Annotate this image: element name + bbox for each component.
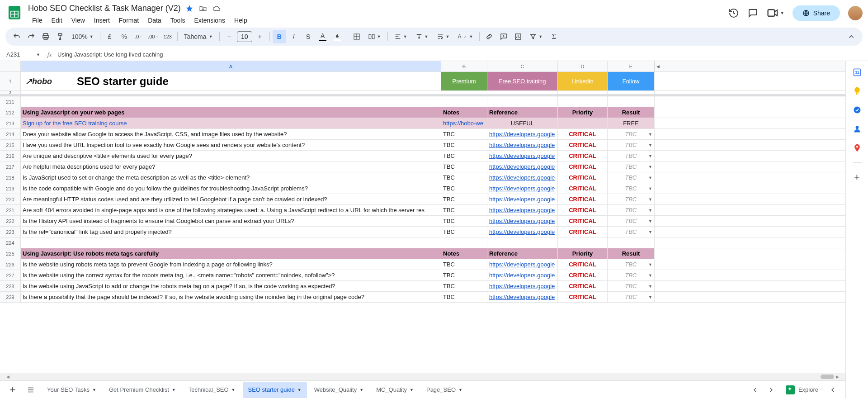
col-header-C[interactable]: C [487, 61, 558, 71]
row-header[interactable]: 217 [0, 161, 21, 172]
dropdown-arrow-icon[interactable]: ▼ [648, 273, 652, 278]
col-header-D[interactable]: D [558, 61, 608, 71]
row-header[interactable]: 228 [0, 281, 21, 291]
notes-cell[interactable]: TBC [441, 140, 487, 150]
cell[interactable] [21, 96, 441, 107]
checklist-item[interactable]: Are unique and descriptive <title> eleme… [21, 151, 441, 161]
cell[interactable]: https://hobo-we [441, 118, 487, 128]
menu-edit[interactable]: Edit [47, 15, 66, 26]
cell[interactable] [487, 237, 558, 248]
cell[interactable] [441, 237, 487, 248]
dropdown-arrow-icon[interactable]: ▼ [648, 284, 652, 289]
cell[interactable] [558, 91, 608, 94]
checklist-item[interactable]: Are helpful meta descriptions used for e… [21, 161, 441, 172]
dropdown-arrow-icon[interactable]: ▼ [648, 165, 652, 169]
star-icon[interactable] [185, 5, 193, 13]
section-title[interactable]: Using Javascript: Use robots meta tags c… [21, 248, 441, 259]
reference-link[interactable]: https://developers.google [487, 259, 558, 270]
history-icon[interactable] [728, 8, 739, 19]
dropdown-arrow-icon[interactable]: ▼ [648, 186, 652, 191]
row-header[interactable]: 227 [0, 270, 21, 280]
explore-button[interactable]: Explore [782, 385, 822, 394]
row-header[interactable]: 211 [0, 96, 21, 107]
cell[interactable] [487, 91, 558, 94]
move-icon[interactable] [199, 5, 207, 13]
notes-cell[interactable]: TBC [441, 292, 487, 302]
functions-button[interactable]: Σ [547, 30, 561, 43]
percent-button[interactable]: % [118, 30, 131, 43]
notes-cell[interactable]: TBC [441, 194, 487, 204]
priority-cell[interactable]: CRITICAL [558, 140, 608, 150]
premium-link[interactable]: Premium [441, 72, 487, 90]
cell[interactable] [558, 237, 608, 248]
sheet-tab[interactable]: Your SEO Tasks▼ [42, 382, 102, 398]
font-select[interactable]: Tahoma▼ [180, 30, 217, 43]
col-label[interactable]: Notes [441, 248, 487, 259]
cell[interactable]: USEFUL [487, 118, 558, 128]
menu-file[interactable]: File [28, 15, 47, 26]
col-label[interactable]: Priority [558, 107, 608, 118]
strikethrough-button[interactable]: S [302, 30, 315, 43]
reference-link[interactable]: https://developers.google [487, 172, 558, 183]
redo-button[interactable] [24, 30, 38, 43]
priority-cell[interactable]: CRITICAL [558, 205, 608, 215]
more-formats-button[interactable]: 123 [161, 30, 175, 43]
priority-cell[interactable]: CRITICAL [558, 161, 608, 172]
sheet-tab[interactable]: Website_Quality▼ [309, 382, 369, 398]
result-cell[interactable]: TBC▼ [608, 292, 655, 302]
priority-cell[interactable]: CRITICAL [558, 292, 608, 302]
notes-cell[interactable]: TBC [441, 216, 487, 226]
dropdown-arrow-icon[interactable]: ▼ [648, 230, 652, 234]
sheets-logo[interactable] [5, 4, 24, 22]
linkedin-link[interactable]: Linkedin [558, 72, 608, 90]
keep-icon[interactable] [853, 86, 862, 95]
notes-cell[interactable]: TBC [441, 205, 487, 215]
row-header[interactable]: 226 [0, 259, 21, 270]
row-header[interactable]: 220 [0, 194, 21, 204]
comment-button[interactable] [497, 30, 510, 43]
name-box[interactable]: A231▼ [0, 51, 44, 58]
reference-link[interactable]: https://developers.google [487, 227, 558, 237]
checklist-item[interactable]: Is there a possibility that the page sho… [21, 292, 441, 302]
collapse-toolbar-button[interactable] [844, 30, 858, 43]
col-label[interactable]: Notes [441, 107, 487, 118]
row-header[interactable]: 222 [0, 216, 21, 226]
comments-icon[interactable] [747, 8, 758, 19]
decrease-font-button[interactable]: − [222, 30, 236, 43]
menu-view[interactable]: View [67, 15, 89, 26]
dropdown-arrow-icon[interactable]: ▼ [648, 208, 652, 213]
dropdown-arrow-icon[interactable]: ▼ [648, 176, 652, 180]
dropdown-arrow-icon[interactable]: ▼ [648, 295, 652, 299]
menu-extensions[interactable]: Extensions [190, 15, 229, 26]
checklist-item[interactable]: Have you used the URL Inspection tool to… [21, 140, 441, 150]
signup-link[interactable]: Sign up for the free SEO training course [21, 118, 441, 128]
result-cell[interactable]: TBC▼ [608, 259, 655, 270]
reference-link[interactable]: https://developers.google [487, 292, 558, 302]
currency-button[interactable]: £ [103, 30, 117, 43]
account-avatar[interactable] [848, 6, 863, 20]
row-header[interactable]: 213 [0, 118, 21, 128]
priority-cell[interactable]: CRITICAL [558, 259, 608, 270]
row-header[interactable]: 216 [0, 151, 21, 161]
tab-menu-caret[interactable]: ▼ [297, 388, 302, 392]
text-color-button[interactable]: A [316, 30, 330, 43]
checklist-item[interactable]: Is JavaScript used to set or change the … [21, 172, 441, 183]
row-header[interactable]: 229 [0, 292, 21, 302]
dropdown-arrow-icon[interactable]: ▼ [648, 262, 652, 267]
tasks-icon[interactable] [853, 105, 862, 114]
cell[interactable] [21, 237, 441, 248]
priority-cell[interactable]: CRITICAL [558, 151, 608, 161]
priority-cell[interactable]: CRITICAL [558, 216, 608, 226]
col-label[interactable]: Result [608, 248, 655, 259]
cell[interactable] [608, 237, 655, 248]
document-title[interactable]: Hobo SEO Checklist & Task Manager (V2) [28, 4, 181, 13]
hscroll-thumb[interactable] [821, 375, 834, 379]
tab-menu-caret[interactable]: ▼ [359, 388, 363, 392]
menu-help[interactable]: Help [230, 15, 251, 26]
dropdown-arrow-icon[interactable]: ▼ [648, 154, 652, 158]
reference-link[interactable]: https://developers.google [487, 281, 558, 291]
col-label[interactable]: Result [608, 107, 655, 118]
zoom-select[interactable]: 100%▼ [68, 30, 97, 43]
follow-link[interactable]: Follow [608, 72, 655, 90]
notes-cell[interactable]: TBC [441, 270, 487, 280]
